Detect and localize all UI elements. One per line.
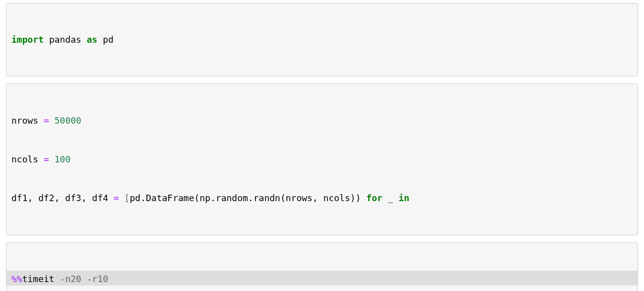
magic-name: timeit [22,274,55,284]
op-assign: = [44,154,49,164]
var-underscore: _ [388,193,393,203]
magic-args: -n20 -r10 [55,274,108,284]
code-line: import pandas as pd [11,33,633,46]
call-expr: pd.DataFrame(np.random.randn(nrows, ncol… [129,193,361,203]
bracket-open: [ [125,193,130,203]
notebook-fragment: import pandas as pd nrows = 50000 ncols … [0,0,644,291]
num-literal: 50000 [55,115,81,126]
kw-as: as [87,34,98,45]
var-nrows: nrows [11,115,38,126]
code-line: df1, df2, df3, df4 = [pd.DataFrame(np.ra… [11,192,633,205]
module-name: pandas [49,34,81,45]
code-cell-2[interactable]: nrows = 50000 ncols = 100 df1, df2, df3,… [6,83,638,235]
op-assign: = [114,193,119,203]
kw-in: in [398,193,409,203]
kw-import: import [11,34,44,45]
code-cell-3[interactable]: %%timeit -n20 -r10 c = 2 * df1 - (df2 / … [6,242,638,291]
kw-for: for [366,193,383,203]
code-line-highlighted: %%timeit -n20 -r10 [6,271,638,286]
code-line: ncols = 100 [11,153,633,166]
num-literal: 100 [55,154,71,164]
op-assign: = [44,115,49,126]
var-ncols: ncols [11,154,38,164]
code-line: nrows = 50000 [11,114,633,127]
var-tuple: df1, df2, df3, df4 [11,193,108,203]
code-cell-1[interactable]: import pandas as pd [6,3,638,76]
cell-magic-prefix: %% [11,274,22,284]
alias: pd [103,34,114,45]
